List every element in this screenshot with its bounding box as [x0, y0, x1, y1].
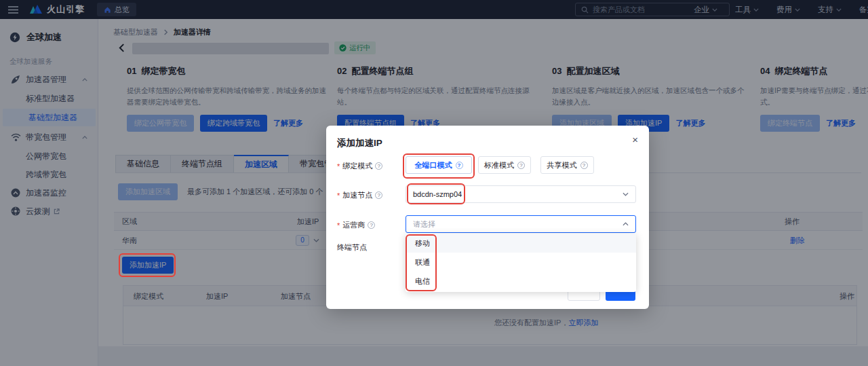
app-root: 火山引擎 总览 企业 工具 费用 支持: [0, 0, 868, 366]
isp-placeholder: 请选择: [413, 219, 435, 230]
isp-option-telecom[interactable]: 电信: [406, 272, 636, 291]
isp-select[interactable]: 请选择: [406, 215, 636, 233]
accel-node-value: bdcdn-szmp04: [413, 190, 462, 198]
question-icon[interactable]: ?: [580, 162, 588, 169]
isp-dropdown-panel: 移动 联通 电信: [406, 234, 636, 292]
question-icon[interactable]: ?: [517, 162, 525, 169]
field-label-accel-node: 加速节点: [342, 190, 372, 200]
field-label-isp: 运营商: [342, 220, 365, 230]
required-asterisk: *: [337, 162, 340, 170]
field-label-bind-mode: 绑定模式: [342, 161, 372, 171]
mode-option-all-port[interactable]: 全端口模式 ?: [406, 156, 472, 174]
accel-node-select[interactable]: bdcdn-szmp04: [406, 185, 636, 203]
add-accel-ip-modal: 添加加速IP × * 绑定模式 ? 全端口模式 ? 标准模式 ? 共享模式 ? …: [326, 126, 649, 309]
isp-option-unicom[interactable]: 联通: [406, 253, 636, 272]
mode-option-shared[interactable]: 共享模式 ?: [540, 156, 594, 174]
chevron-down-icon: [623, 192, 629, 196]
close-icon[interactable]: ×: [632, 134, 638, 145]
required-asterisk: *: [337, 191, 340, 200]
question-icon[interactable]: ?: [375, 191, 382, 199]
isp-option-mobile[interactable]: 移动: [406, 234, 636, 253]
question-icon[interactable]: ?: [456, 162, 463, 169]
required-asterisk: *: [337, 221, 340, 230]
field-label-endpoint: 终端节点: [337, 242, 367, 253]
question-icon[interactable]: ?: [368, 221, 375, 229]
mode-option-standard[interactable]: 标准模式 ?: [478, 156, 531, 174]
modal-title: 添加加速IP: [337, 137, 382, 149]
chevron-up-icon: [623, 222, 629, 226]
question-icon[interactable]: ?: [375, 162, 382, 170]
